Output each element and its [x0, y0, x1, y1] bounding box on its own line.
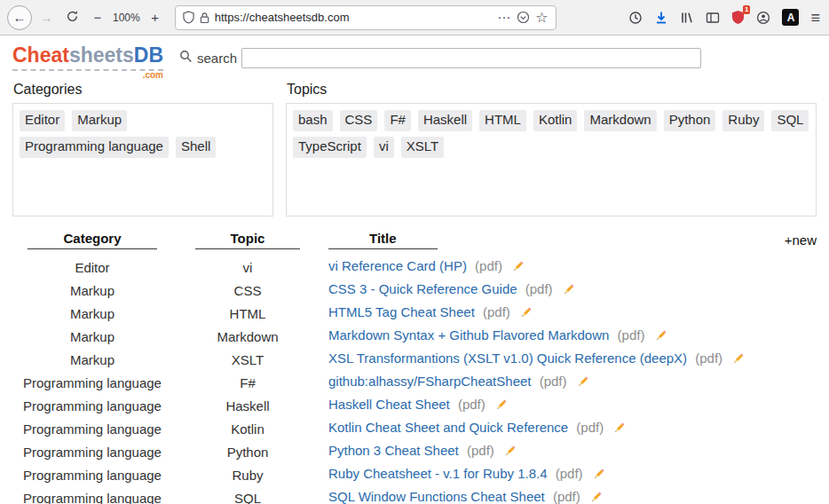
cheatsheet-link[interactable]: github:alhassy/FSharpCheatSheet — [328, 374, 531, 389]
category-chip[interactable]: Shell — [176, 137, 216, 158]
lock-icon[interactable] — [200, 12, 209, 24]
search-label: search — [197, 51, 237, 66]
cheatsheet-link[interactable]: Haskell Cheat Sheet — [328, 397, 450, 412]
category-chip[interactable]: Programming language — [20, 137, 169, 158]
profile-icon[interactable] — [756, 11, 770, 25]
topic-chip[interactable]: HTML — [479, 110, 526, 131]
filter-panels: Categories EditorMarkupProgramming langu… — [0, 75, 829, 217]
table-row: Programming language SQL SQL Window Func… — [12, 486, 817, 504]
edit-pencil-icon[interactable] — [494, 398, 508, 414]
topic-chip[interactable]: Markdown — [584, 110, 656, 131]
history-icon[interactable] — [628, 11, 643, 25]
site-header: CheatsheetsDB .com search — [0, 35, 829, 75]
page-actions-icon[interactable]: ⋯ — [497, 10, 511, 26]
row-category: Programming language — [12, 486, 172, 504]
row-topic: Python — [172, 440, 323, 463]
table-row: Programming language Kotlin Kotlin Cheat… — [12, 417, 817, 440]
table-row: Markup Markdown Markdown Syntax + Github… — [12, 325, 817, 348]
edit-pencil-icon[interactable] — [731, 352, 745, 368]
row-topic: Haskell — [172, 394, 323, 417]
search-input[interactable] — [241, 48, 701, 68]
topics-panel: Topics bashCSSF#HaskellHTMLKotlinMarkdow… — [286, 82, 817, 217]
topic-chip[interactable]: CSS — [340, 110, 378, 131]
cheatsheet-link[interactable]: SQL Window Functions Cheat Sheet — [328, 489, 545, 504]
browser-toolbar: ← → − 100% + https://cheatsheetsdb.com ⋯… — [0, 0, 829, 35]
category-chip[interactable]: Editor — [20, 110, 65, 131]
edit-pencil-icon[interactable] — [562, 283, 575, 299]
cheatsheet-link[interactable]: HTML5 Tag Cheat Sheet — [328, 304, 475, 319]
a-extension-icon[interactable]: A — [782, 9, 799, 26]
library-icon[interactable] — [680, 11, 694, 25]
edit-pencil-icon[interactable] — [511, 260, 525, 276]
pdf-link[interactable]: (pdf) — [467, 443, 494, 458]
row-category: Programming language — [12, 371, 172, 394]
row-category: Markup — [12, 325, 172, 348]
sidebar-icon[interactable] — [706, 11, 720, 25]
edit-pencil-icon[interactable] — [589, 491, 603, 504]
topic-chip[interactable]: SQL — [771, 110, 809, 131]
pocket-icon[interactable] — [517, 11, 530, 24]
adblock-extension-icon[interactable]: 1 — [731, 10, 745, 25]
categories-label: Categories — [13, 82, 273, 98]
cheatsheet-link[interactable]: Ruby Cheatsheet - v.1 for Ruby 1.8.4 — [328, 466, 548, 481]
topic-chip[interactable]: Ruby — [722, 110, 764, 131]
url-bar[interactable]: https://cheatsheetsdb.com ⋯ ☆ — [175, 5, 557, 30]
table-row: Markup CSS CSS 3 - Quick Reference Guide… — [12, 279, 817, 302]
refresh-button[interactable] — [60, 6, 83, 29]
row-category: Markup — [12, 348, 172, 371]
topic-chip[interactable]: Python — [664, 110, 716, 131]
site-logo[interactable]: CheatsheetsDB .com — [12, 45, 163, 71]
pdf-link[interactable]: (pdf) — [556, 466, 583, 481]
topic-chip[interactable]: Haskell — [418, 110, 472, 131]
row-topic: Markdown — [172, 325, 323, 348]
topic-chip[interactable]: vi — [374, 137, 394, 158]
edit-pencil-icon[interactable] — [576, 375, 589, 391]
forward-button[interactable]: → — [35, 6, 58, 29]
pdf-link[interactable]: (pdf) — [483, 304, 510, 319]
url-text[interactable]: https://cheatsheetsdb.com — [215, 11, 493, 24]
topic-chip[interactable]: F# — [384, 110, 411, 131]
zoom-out-button[interactable]: − — [86, 6, 109, 29]
category-chip[interactable]: Markup — [72, 110, 127, 131]
tracking-protection-shield-icon[interactable] — [183, 11, 194, 24]
topic-chip[interactable]: XSLT — [401, 137, 444, 158]
row-topic: Ruby — [172, 463, 323, 486]
row-topic: HTML — [172, 302, 323, 325]
row-category: Programming language — [12, 440, 172, 463]
topic-chip[interactable]: bash — [293, 110, 333, 131]
hamburger-menu-icon[interactable]: ≡ — [810, 10, 820, 26]
pdf-link[interactable]: (pdf) — [525, 281, 553, 296]
cheatsheet-link[interactable]: Kotlin Cheat Sheet and Quick Reference — [328, 420, 568, 435]
cheatsheet-link[interactable]: CSS 3 - Quick Reference Guide — [328, 281, 517, 296]
cheatsheet-link[interactable]: XSL Transformantions (XSLT v1.0) Quick R… — [328, 350, 687, 366]
edit-pencil-icon[interactable] — [503, 445, 517, 461]
table-header-row: Category Topic Title +new — [12, 227, 817, 256]
cheatsheet-link[interactable]: vi Reference Card (HP) — [328, 258, 467, 273]
new-button[interactable]: +new — [785, 232, 817, 248]
edit-pencil-icon[interactable] — [654, 329, 667, 345]
zoom-level[interactable]: 100% — [112, 12, 141, 24]
pdf-link[interactable]: (pdf) — [695, 350, 722, 366]
search-icon — [179, 50, 193, 67]
zoom-in-button[interactable]: + — [144, 6, 167, 29]
pdf-link[interactable]: (pdf) — [553, 489, 580, 504]
row-topic: XSLT — [172, 348, 323, 371]
bookmark-star-icon[interactable]: ☆ — [535, 9, 548, 26]
table-row: Programming language Python Python 3 Che… — [12, 440, 817, 463]
pdf-link[interactable]: (pdf) — [618, 327, 645, 343]
topic-chip[interactable]: Kotlin — [533, 110, 578, 131]
topic-chip[interactable]: TypeScript — [293, 137, 367, 158]
edit-pencil-icon[interactable] — [612, 421, 626, 437]
logo-part-cheat: Cheat — [12, 43, 69, 67]
cheatsheet-link[interactable]: Python 3 Cheat Sheet — [328, 443, 459, 458]
pdf-link[interactable]: (pdf) — [458, 397, 486, 412]
pdf-link[interactable]: (pdf) — [576, 420, 604, 435]
pdf-link[interactable]: (pdf) — [540, 374, 567, 389]
edit-pencil-icon[interactable] — [519, 306, 533, 322]
header-title: Title — [323, 227, 763, 256]
pdf-link[interactable]: (pdf) — [475, 258, 502, 273]
back-button[interactable]: ← — [7, 5, 32, 30]
cheatsheet-link[interactable]: Markdown Syntax + Github Flavored Markdo… — [328, 327, 609, 343]
edit-pencil-icon[interactable] — [592, 468, 605, 484]
downloads-icon[interactable] — [654, 11, 668, 25]
